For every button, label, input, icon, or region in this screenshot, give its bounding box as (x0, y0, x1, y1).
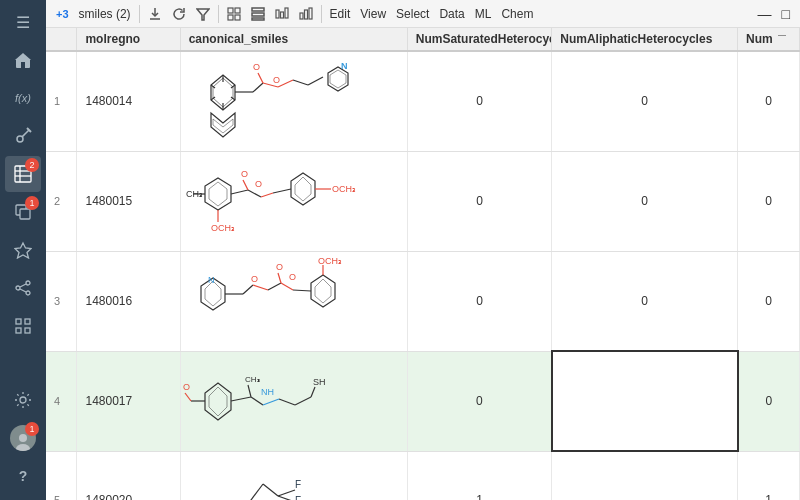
svg-text:F: F (295, 479, 301, 490)
chem-label: Chem (501, 7, 533, 21)
refresh-button[interactable] (168, 3, 190, 25)
smiles-header[interactable]: canonical_smiles (180, 28, 407, 51)
row-5-molregno[interactable]: 1480020 (77, 451, 180, 500)
svg-text:O: O (289, 272, 296, 282)
row-5-num[interactable]: 1 (738, 451, 800, 500)
function-icon[interactable]: f(x) (5, 80, 41, 116)
bar-chart-button[interactable] (295, 3, 317, 25)
row-3-aliph[interactable]: 0 (552, 251, 738, 351)
wrench-icon[interactable] (5, 118, 41, 154)
svg-text:OCH₃: OCH₃ (332, 184, 356, 194)
row-5-smiles[interactable]: F F HN (180, 451, 407, 500)
row-3-smiles[interactable]: N O O O (180, 251, 407, 351)
table-badge: 2 (25, 158, 39, 172)
row-3-sat[interactable]: 0 (407, 251, 552, 351)
dataset-name-text: smiles (2) (79, 7, 131, 21)
table-row: 2 1480015 CH₃ (46, 151, 800, 251)
row-2-smiles[interactable]: CH₃ OCH₃ O O (180, 151, 407, 251)
svg-point-22 (20, 397, 26, 403)
share-icon[interactable] (5, 270, 41, 306)
menu-icon[interactable]: ☰ (5, 4, 41, 40)
view-menu[interactable]: View (356, 3, 390, 25)
maximize-button[interactable]: □ (778, 3, 794, 25)
svg-text:OCH₃: OCH₃ (211, 223, 235, 233)
svg-line-4 (22, 130, 29, 137)
filter-button[interactable] (192, 3, 214, 25)
num-header[interactable]: Num (738, 28, 800, 51)
svg-rect-39 (304, 10, 307, 19)
data-table-area: molregno canonical_smiles NumSaturatedHe… (46, 28, 800, 500)
svg-line-111 (248, 385, 251, 397)
dataset-label: smiles (2) (75, 3, 135, 25)
main-content: +3 smiles (2) (46, 0, 800, 500)
row-1-aliph[interactable]: 0 (552, 51, 738, 151)
sat-header[interactable]: NumSaturatedHeterocycles (407, 28, 552, 51)
row-2-sat[interactable]: 0 (407, 151, 552, 251)
row-3-molregno[interactable]: 1480016 (77, 251, 180, 351)
grid2-icon[interactable] (5, 308, 41, 344)
row-1-sat[interactable]: 0 (407, 51, 552, 151)
row-1-smiles[interactable]: O N O (180, 51, 407, 151)
svg-line-88 (268, 283, 281, 290)
sep2 (218, 5, 219, 23)
svg-text:N: N (208, 275, 215, 285)
svg-line-74 (243, 180, 248, 190)
ml-menu[interactable]: ML (471, 3, 496, 25)
row-3-num[interactable]: 0 (738, 251, 800, 351)
row-5-aliph[interactable] (552, 451, 738, 500)
svg-text:N: N (341, 61, 348, 71)
row-1-num[interactable]: 0 (738, 51, 800, 151)
star-icon[interactable] (5, 232, 41, 268)
home-icon[interactable] (5, 42, 41, 78)
table-row: 1 1480014 (46, 51, 800, 151)
aliph-header[interactable]: NumAliphaticHeterocycles (552, 28, 738, 51)
row-4-aliph-selected[interactable] (552, 351, 738, 451)
row-2-molregno[interactable]: 1480015 (77, 151, 180, 251)
svg-marker-1 (15, 53, 31, 60)
row-4-sat[interactable]: 0 (407, 351, 552, 451)
table-row: 3 1480016 N (46, 251, 800, 351)
table-icon[interactable]: 2 (5, 156, 41, 192)
row-2-aliph[interactable]: 0 (552, 151, 738, 251)
settings-icon[interactable] (5, 382, 41, 418)
svg-text:O: O (253, 62, 260, 72)
svg-rect-31 (235, 15, 240, 20)
row-1-molregno[interactable]: 1480014 (77, 51, 180, 151)
svg-line-119 (248, 484, 263, 501)
svg-line-116 (278, 496, 295, 501)
chem-menu[interactable]: Chem (497, 3, 537, 25)
row-4-num[interactable]: 0 (738, 351, 800, 451)
svg-line-73 (261, 193, 273, 197)
molregno-header[interactable]: molregno (77, 28, 180, 51)
edit-menu[interactable]: Edit (326, 3, 355, 25)
svg-marker-12 (15, 243, 31, 258)
avatar-badge: 1 (25, 422, 39, 436)
row-4-smiles[interactable]: O NH SH (180, 351, 407, 451)
svg-text:OCH₃: OCH₃ (318, 256, 342, 266)
minimize-button[interactable]: — (754, 3, 776, 25)
table-header-row: molregno canonical_smiles NumSaturatedHe… (46, 28, 800, 51)
svg-line-95 (293, 290, 311, 291)
svg-line-87 (253, 285, 268, 290)
select-menu[interactable]: Select (392, 3, 433, 25)
row-4-molregno[interactable]: 1480017 (77, 351, 180, 451)
avatar-icon[interactable]: 1 (5, 420, 41, 456)
row-2-num[interactable]: 0 (738, 151, 800, 251)
list-view-button[interactable] (247, 3, 269, 25)
svg-line-114 (278, 490, 295, 496)
help-icon[interactable]: ? (5, 458, 41, 494)
table-row: 4 1480017 O (46, 351, 800, 451)
svg-rect-20 (16, 328, 21, 333)
grid-view-button[interactable] (223, 3, 245, 25)
svg-text:CH₃: CH₃ (245, 375, 260, 384)
download-button[interactable] (144, 3, 166, 25)
svg-text:O: O (183, 382, 190, 392)
svg-line-71 (248, 190, 261, 197)
layers-icon[interactable]: 1 (5, 194, 41, 230)
data-menu[interactable]: Data (435, 3, 468, 25)
svg-point-23 (19, 434, 27, 442)
svg-line-56 (308, 77, 323, 85)
scatter-view-button[interactable] (271, 3, 293, 25)
filter-badge[interactable]: +3 (52, 3, 73, 25)
row-5-sat[interactable]: 1 (407, 451, 552, 500)
